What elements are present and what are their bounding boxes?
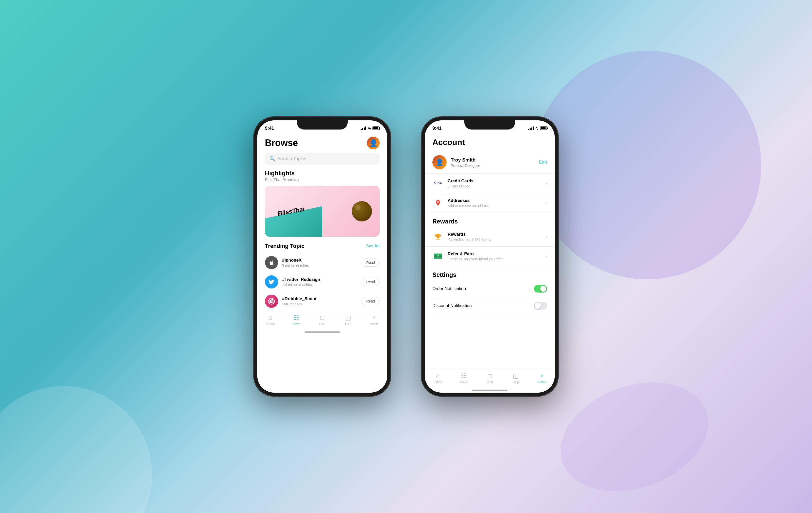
credit-cards-subtitle: 3 Cards linked [447,184,542,188]
help-icon-account: ◫ [513,372,519,379]
nav-item-profile[interactable]: ⚬ Profile [367,314,382,326]
menu-item-rewards[interactable]: Rewards You've Earned 8,876 Points › [425,227,555,247]
topic-text-iphonex: #IphoneX 3 million reaches [282,258,357,267]
money-icon-wrap: $ [432,251,443,262]
profile-icon-account: ⚬ [539,372,544,379]
nav-label-account-post: Post [487,380,493,384]
addresses-title: Addresses [447,198,542,203]
refer-earn-title: Refer & Earn [447,251,542,256]
discount-notification-row: Discount Notification [425,297,555,315]
nav-label-account-profile: Profile [538,380,546,384]
profile-icon: ⚬ [372,314,377,321]
post-icon: □ [320,314,324,321]
bg-decoration-2 [533,51,761,279]
nav-item-account-profile[interactable]: ⚬ Profile [534,372,549,384]
home-indicator-browse [257,329,387,334]
addresses-subtitle: Add or remove an address [447,204,542,208]
topic-icon-apple [265,256,278,269]
search-bar[interactable]: 🔍 Search Topics [265,153,380,165]
menu-item-addresses[interactable]: Addresses Add or remove an address › [425,193,555,213]
refer-earn-subtitle: Get $5.00 for every friend you refer [447,257,542,261]
browse-header: Browse [257,134,387,153]
nav-label-account-news: News [460,380,468,384]
edit-button[interactable]: Edit [539,160,547,165]
profile-row[interactable]: 👤 Troy Smith Product Designer Edit [425,151,555,174]
nav-label-account-eshop: Eshop [433,380,442,384]
location-svg-icon [434,199,441,207]
trophy-svg-icon [434,233,442,241]
news-icon: ☷ [294,314,299,321]
nav-label-post: Post [319,322,325,326]
nav-label-eshop: Eshop [266,322,274,326]
nav-item-account-help[interactable]: ◫ Help [508,372,523,384]
read-button-twitter[interactable]: Read [361,278,380,286]
menu-item-credit-cards[interactable]: VISA Credit Cards 3 Cards linked › [425,174,555,193]
nav-item-account-post[interactable]: □ Post [482,372,497,384]
profile-avatar: 👤 [432,155,446,169]
nav-item-account-eshop[interactable]: ⌂ Eshop [430,372,445,384]
chevron-right-addresses-icon: › [546,200,547,206]
nav-item-help[interactable]: ◫ Help [341,314,356,326]
rewards-text: Rewards You've Earned 8,876 Points [447,232,542,242]
avatar[interactable] [367,137,380,149]
topic-reach-twitter: 1.4 million reaches [282,283,357,287]
profile-role: Product Designer [451,163,535,168]
read-button-iphonex[interactable]: Read [361,259,380,267]
highlights-title: Highlights [257,170,387,178]
wifi-icon: ∿ [368,126,371,131]
see-all-button[interactable]: See All [366,244,380,248]
topic-item-iphonex[interactable]: #IphoneX 3 million reaches Read [257,253,387,272]
search-placeholder: Search Topics [278,156,306,162]
home-indicator-account [425,387,555,393]
status-time-account: 9:41 [432,126,441,131]
chevron-right-refer-icon: › [546,254,547,259]
profile-info: Troy Smith Product Designer [451,157,535,168]
highlight-card-inner: BlissThai [265,186,380,237]
chevron-right-rewards-icon: › [546,234,547,240]
menu-item-refer-earn[interactable]: $ Refer & Earn Get $5.00 for every frien… [425,247,555,266]
topic-name-iphonex: #IphoneX [282,258,357,263]
rewards-item-title: Rewards [447,232,542,237]
trophy-icon-wrap [432,231,443,242]
nav-item-eshop[interactable]: ⌂ Eshop [263,314,278,326]
order-notification-toggle[interactable] [534,285,547,293]
discount-notification-label: Discount Notification [432,303,472,308]
battery-icon-account [540,127,547,130]
twitter-svg-icon [269,279,274,285]
bg-decoration-3 [546,363,723,510]
nav-item-account-news[interactable]: ☷ News [456,372,471,384]
credit-cards-title: Credit Cards [447,179,542,184]
account-screen: 9:41 ∿ Account 👤 [425,120,555,393]
news-icon-account: ☷ [461,372,467,379]
nav-label-news: News [293,322,300,326]
home-icon-account: ⌂ [436,372,440,379]
chevron-right-icon: › [546,181,547,186]
battery-icon [373,127,380,130]
search-icon: 🔍 [269,156,275,162]
discount-notification-toggle[interactable] [534,302,547,309]
topic-icon-twitter [265,275,278,289]
topic-name-dribbble: #Dribbble_Scout [282,296,357,301]
visa-logo: VISA [434,181,442,185]
trending-header: Trending Topic See All [257,243,387,253]
nav-item-post[interactable]: □ Post [315,314,330,326]
nav-item-news[interactable]: ☷ News [289,314,304,326]
highlight-card[interactable]: BlissThai [265,186,380,237]
money-svg-icon: $ [434,253,442,259]
topic-text-twitter: #Twitter_Redesign 1.4 million reaches [282,277,357,287]
avatar-image [367,137,380,149]
dribbble-svg-icon [268,298,275,304]
topic-item-twitter[interactable]: #Twitter_Redesign 1.4 million reaches Re… [257,272,387,292]
toggle-knob-discount [535,303,541,309]
read-button-dribbble[interactable]: Read [361,297,380,305]
highlights-subtitle: BlissThai Branding [257,178,387,186]
nav-label-profile: Profile [370,322,379,326]
bottom-nav-browse: ⌂ Eshop ☷ News □ Post ◫ Help ⚬ Profile [257,311,387,329]
phones-container: 9:41 ∿ Browse [254,117,558,396]
account-content: 👤 Troy Smith Product Designer Edit VISA … [425,151,555,369]
phone-account: 9:41 ∿ Account 👤 [421,117,558,396]
order-notification-label: Order Notification [432,286,466,291]
topic-icon-dribbble [265,295,278,308]
topic-item-dribbble[interactable]: #Dribbble_Scout 20K reaches Read [257,292,387,311]
status-icons-browse: ∿ [360,126,380,131]
